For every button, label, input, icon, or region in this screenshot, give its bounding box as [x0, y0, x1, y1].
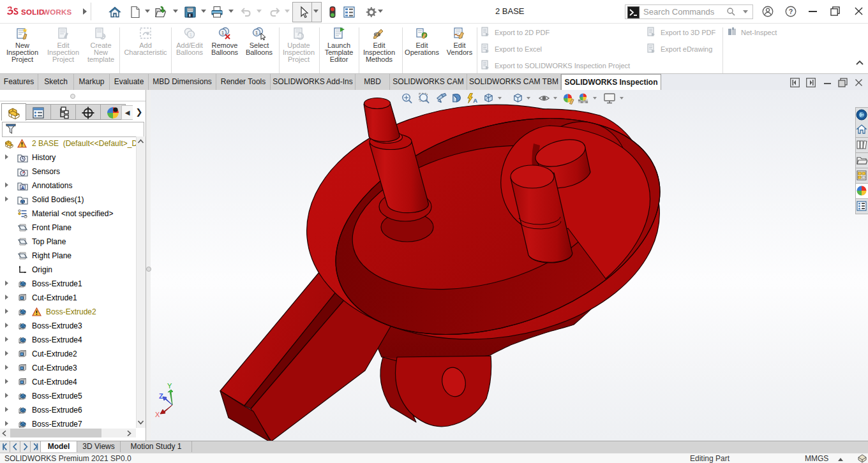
svg-text:A: A: [473, 97, 477, 104]
svg-text:A: A: [21, 185, 25, 191]
svg-text:X: X: [155, 411, 160, 418]
svg-text:1: 1: [255, 30, 258, 36]
svg-text:SOLID: SOLID: [21, 8, 45, 16]
svg-text:?: ?: [789, 8, 793, 15]
svg-text:WORKS: WORKS: [43, 8, 72, 16]
svg-text:1: 1: [221, 30, 224, 36]
svg-text:1: 1: [190, 33, 192, 37]
svg-text:Y: Y: [167, 382, 172, 390]
svg-text:Z: Z: [159, 392, 163, 400]
